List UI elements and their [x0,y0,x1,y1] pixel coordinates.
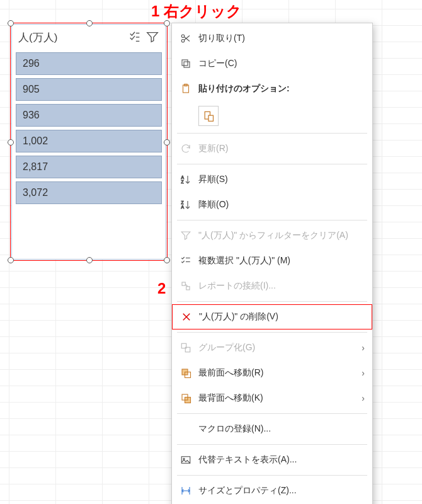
menu-sort-asc[interactable]: AZ 昇順(S) [172,167,372,192]
context-menu: 切り取り(T) コピー(C) 貼り付けのオプション: 更新(R) AZ 昇順(S… [171,23,373,504]
menu-bring-front[interactable]: 最前面へ移動(R) › [172,360,372,386]
menu-separator [177,413,367,414]
menu-multi-select[interactable]: 複数選択 "人(万人)" (M) [172,248,372,273]
svg-rect-12 [208,115,214,121]
menu-label: グループ化(G) [198,342,362,353]
menu-label: 貼り付けのオプション: [198,83,365,94]
menu-label: コピー(C) [198,58,365,69]
resize-handle[interactable] [86,257,93,263]
copy-icon [177,56,195,71]
blank-icon [177,421,195,437]
refresh-icon [177,141,195,156]
scissors-icon [177,31,195,46]
menu-label: 代替テキストを表示(A)... [198,454,365,466]
menu-label: サイズとプロパティ(Z)... [198,485,365,496]
menu-alt-text[interactable]: 代替テキストを表示(A)... [172,447,372,472]
menu-label: 切り取り(T) [198,33,365,44]
menu-label: マクロの登録(N)... [198,423,365,435]
sort-desc-icon: ZA [177,197,195,212]
svg-text:A: A [181,205,185,209]
slicer-title: 人(万人) [18,30,124,45]
menu-size-properties[interactable]: サイズとプロパティ(Z)... [172,478,372,503]
slicer-item[interactable]: 3,072 [16,181,162,204]
menu-separator [177,444,367,445]
svg-rect-7 [184,62,190,67]
menu-group: グループ化(G) › [172,335,372,360]
menu-label: "人(万人)" からフィルターをクリア(A) [198,230,365,241]
menu-send-back[interactable]: 最背面へ移動(K) › [172,386,372,411]
svg-rect-21 [182,282,185,285]
send-back-icon [177,391,195,406]
multi-select-icon[interactable] [128,30,142,44]
chevron-right-icon: › [362,343,365,353]
slicer-item[interactable]: 1,002 [16,130,162,152]
menu-assign-macro[interactable]: マクロの登録(N)... [172,416,372,442]
menu-report-connections: レポートの接続(I)... [172,273,372,299]
slicer-selection-box: 人(万人) 296 905 936 1,002 2,817 3,072 [10,23,168,261]
menu-cut[interactable]: 切り取り(T) [172,26,372,51]
resize-handle[interactable] [8,20,14,26]
clear-filter-icon[interactable] [145,30,159,44]
svg-text:A: A [181,175,185,180]
resize-handle[interactable] [164,139,170,146]
chevron-right-icon: › [362,368,365,378]
svg-rect-8 [182,60,188,66]
resize-handle[interactable] [8,139,14,146]
funnel-clear-icon [177,228,195,243]
menu-separator [177,475,367,476]
chevron-right-icon: › [362,393,365,403]
svg-text:Z: Z [181,200,184,205]
resize-handle[interactable] [164,257,170,263]
menu-separator [177,301,367,302]
annotation-step2: 2 [157,280,166,297]
menu-label: 降順(O) [198,199,365,210]
menu-clear-filter: "人(万人)" からフィルターをクリア(A) [172,223,372,248]
menu-sort-desc[interactable]: ZA 降順(O) [172,192,372,217]
size-icon [177,483,195,498]
menu-label: 更新(R) [198,143,365,154]
slicer-items: 296 905 936 1,002 2,817 3,072 [12,50,166,210]
menu-label: 最背面へ移動(K) [198,392,362,404]
resize-handle[interactable] [8,257,14,263]
menu-refresh: 更新(R) [172,136,372,161]
slicer-item[interactable]: 2,817 [16,156,162,178]
slicer-header: 人(万人) [12,25,166,50]
checklist-icon [177,253,195,268]
clipboard-icon [177,81,195,96]
x-icon [178,309,195,324]
menu-separator [177,164,367,164]
menu-label: レポートの接続(I)... [198,280,365,292]
slicer-item[interactable]: 296 [16,52,162,75]
svg-point-4 [181,40,185,43]
annotation-step1: 1 右クリック [151,1,242,21]
resize-handle[interactable] [164,20,170,26]
menu-label: 最前面へ移動(R) [198,367,362,379]
svg-rect-22 [186,287,190,290]
alt-text-icon [177,452,195,467]
bring-front-icon [177,365,195,381]
slicer-item[interactable]: 936 [16,104,162,127]
menu-copy[interactable]: コピー(C) [172,51,372,76]
menu-label: "人(万人)" の削除(V) [199,311,364,323]
menu-label: 昇順(S) [198,174,365,185]
menu-paste-options: 貼り付けのオプション: [172,76,372,101]
paste-option-row [172,101,372,130]
paste-default-icon[interactable] [198,106,219,126]
menu-separator [177,133,367,134]
sort-asc-icon: AZ [177,172,195,187]
slicer-item[interactable]: 905 [16,78,162,101]
svg-point-3 [181,35,185,38]
group-icon [177,340,195,355]
resize-handle[interactable] [86,20,93,26]
slicer-panel[interactable]: 人(万人) 296 905 936 1,002 2,817 3,072 [11,24,166,260]
menu-separator [177,220,367,220]
report-conn-icon [177,278,195,294]
menu-label: 複数選択 "人(万人)" (M) [198,255,365,266]
svg-text:Z: Z [181,180,184,184]
menu-delete-slicer[interactable]: "人(万人)" の削除(V) [172,304,372,329]
menu-separator [177,332,367,333]
